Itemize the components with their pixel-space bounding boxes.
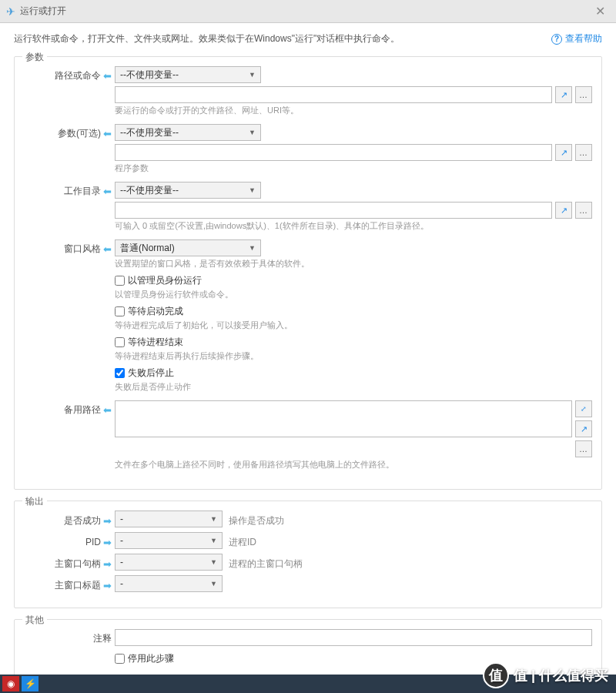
browse-button[interactable]: … xyxy=(575,440,592,457)
args-input[interactable] xyxy=(115,144,552,161)
waitstart-checkbox[interactable] xyxy=(115,306,125,316)
comment-label: 注释 xyxy=(93,632,112,645)
help-label: 查看帮助 xyxy=(565,32,602,45)
success-desc: 操作是否成功 xyxy=(229,511,284,527)
expand-icon[interactable]: ↗ xyxy=(555,202,572,219)
arrow-out-icon: ➡ xyxy=(103,537,112,548)
pid-combo[interactable]: -▼ xyxy=(115,532,223,549)
help-link[interactable]: ? 查看帮助 xyxy=(551,32,602,45)
winstyle-label: 窗口风格 xyxy=(64,243,101,256)
disable-label: 停用此步骤 xyxy=(128,652,174,665)
window-title: 运行或打开 xyxy=(20,5,591,18)
chevron-down-icon: ▼ xyxy=(249,244,256,252)
dialog-content: 运行软件或命令，打开文件、文件夹或网址。效果类似于在Windows"运行"对话框… xyxy=(0,23,616,675)
stopfail-checkbox[interactable] xyxy=(115,368,125,378)
chevron-down-icon: ▼ xyxy=(249,129,256,136)
other-legend: 其他 xyxy=(22,614,47,627)
chevron-down-icon: ▼ xyxy=(210,515,217,523)
expand-icon[interactable]: ↗ xyxy=(555,144,572,161)
backup-label: 备用路径 xyxy=(64,403,101,417)
params-legend: 参数 xyxy=(22,51,47,64)
waitstart-hint: 等待进程完成后了初始化，可以接受用户输入。 xyxy=(115,320,592,331)
taskbar-app-2[interactable]: ⚡ xyxy=(22,676,38,691)
app-icon: ✈ xyxy=(6,5,15,18)
titlebar: ✈ 运行或打开 ✕ xyxy=(0,0,616,23)
runas-label: 以管理员身份运行 xyxy=(128,274,202,287)
watermark-text: 值 | 什么值得买 xyxy=(514,666,608,685)
pid-label: PID xyxy=(85,537,101,547)
args-label: 参数(可选) xyxy=(58,127,101,140)
success-label: 是否成功 xyxy=(64,514,101,527)
arrow-in-icon: ⬅ xyxy=(103,404,112,416)
waitend-checkbox[interactable] xyxy=(115,337,125,347)
taskbar-app-1[interactable]: ◉ xyxy=(2,676,19,691)
pid-desc: 进程ID xyxy=(229,533,256,549)
hwnd-desc: 进程的主窗口句柄 xyxy=(229,554,303,571)
popup-icon[interactable]: ↗ xyxy=(575,420,592,437)
path-input[interactable] xyxy=(115,86,552,103)
arrow-in-icon: ⬅ xyxy=(103,128,112,139)
runas-checkbox[interactable] xyxy=(115,276,125,286)
path-hint: 要运行的命令或打开的文件路径、网址、URI等。 xyxy=(115,105,592,116)
waitend-label: 等待进程结束 xyxy=(128,336,183,349)
chevron-down-icon: ▼ xyxy=(210,580,217,588)
wtitle-combo[interactable]: -▼ xyxy=(115,575,223,592)
watermark: 值 值 | 什么值得买 xyxy=(483,662,608,688)
params-fieldset: 参数 路径或命令⬅ --不使用变量--▼ ↗ … 要运行的命令或打开的文件路径、… xyxy=(14,56,602,490)
expand-icon[interactable]: ⤢ xyxy=(575,400,592,417)
close-icon[interactable]: ✕ xyxy=(591,4,610,18)
browse-button[interactable]: … xyxy=(575,202,592,219)
args-hint: 程序参数 xyxy=(115,162,592,174)
expand-icon[interactable]: ↗ xyxy=(555,86,572,103)
args-variable-combo[interactable]: --不使用变量--▼ xyxy=(115,124,261,141)
workdir-hint: 可输入 0 或留空(不设置,由windows默认)、1(软件所在目录)、具体的工… xyxy=(115,220,592,232)
arrow-in-icon: ⬅ xyxy=(103,70,112,82)
workdir-input[interactable] xyxy=(115,202,552,219)
waitstart-label: 等待启动完成 xyxy=(128,305,183,318)
stopfail-hint: 失败后是否停止动作 xyxy=(115,381,592,393)
winstyle-combo[interactable]: 普通(Normal)▼ xyxy=(115,239,261,256)
arrow-in-icon: ⬅ xyxy=(103,243,112,255)
hwnd-label: 主窗口句柄 xyxy=(55,557,101,571)
help-icon: ? xyxy=(551,34,562,45)
chevron-down-icon: ▼ xyxy=(249,186,256,194)
disable-checkbox[interactable] xyxy=(115,654,125,664)
waitend-hint: 等待进程结束后再执行后续操作步骤。 xyxy=(115,350,592,362)
output-fieldset: 输出 是否成功➡ -▼ 操作是否成功 PID➡ -▼ 进程ID 主窗口句柄➡ -… xyxy=(14,500,602,608)
backup-textarea[interactable] xyxy=(115,400,572,437)
browse-button[interactable]: … xyxy=(575,86,592,103)
hwnd-combo[interactable]: -▼ xyxy=(115,554,223,571)
browse-button[interactable]: … xyxy=(575,144,592,161)
path-variable-combo[interactable]: --不使用变量--▼ xyxy=(115,66,261,83)
backup-hint: 文件在多个电脑上路径不同时，使用备用路径填写其他电脑上的文件路径。 xyxy=(115,459,592,470)
comment-input[interactable] xyxy=(115,629,592,646)
chevron-down-icon: ▼ xyxy=(249,71,256,79)
path-label: 路径或命令 xyxy=(55,69,101,82)
chevron-down-icon: ▼ xyxy=(210,558,217,566)
success-combo[interactable]: -▼ xyxy=(115,511,223,527)
arrow-out-icon: ➡ xyxy=(103,558,112,570)
output-legend: 输出 xyxy=(22,495,47,508)
arrow-in-icon: ⬅ xyxy=(103,186,112,197)
arrow-out-icon: ➡ xyxy=(103,515,112,527)
workdir-variable-combo[interactable]: --不使用变量--▼ xyxy=(115,182,261,199)
workdir-label: 工作目录 xyxy=(64,185,101,198)
wtitle-label: 主窗口标题 xyxy=(55,579,101,592)
chevron-down-icon: ▼ xyxy=(210,537,217,544)
winstyle-hint: 设置期望的窗口风格，是否有效依赖于具体的软件。 xyxy=(115,258,592,270)
watermark-icon: 值 xyxy=(483,662,509,688)
arrow-out-icon: ➡ xyxy=(103,580,112,591)
runas-hint: 以管理员身份运行软件或命令。 xyxy=(115,289,592,300)
stopfail-label: 失败后停止 xyxy=(128,367,174,380)
description-text: 运行软件或命令，打开文件、文件夹或网址。效果类似于在Windows"运行"对话框… xyxy=(14,32,400,45)
